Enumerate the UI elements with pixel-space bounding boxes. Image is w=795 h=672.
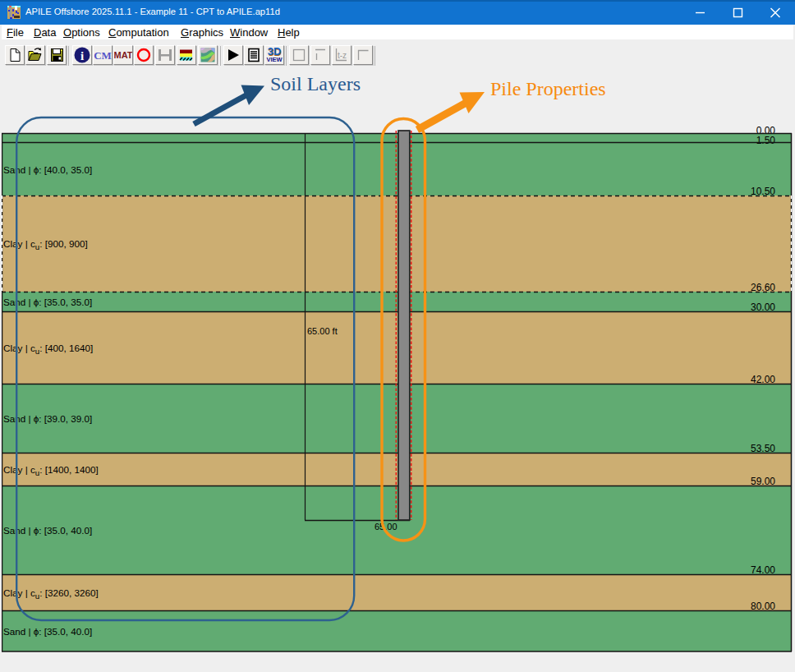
svg-text:t-z: t-z [338,51,347,60]
svg-text:i: i [80,49,84,62]
svg-text:CM: CM [94,49,112,62]
svg-text:VIEW: VIEW [266,56,283,63]
svg-text:MAT: MAT [114,50,132,60]
